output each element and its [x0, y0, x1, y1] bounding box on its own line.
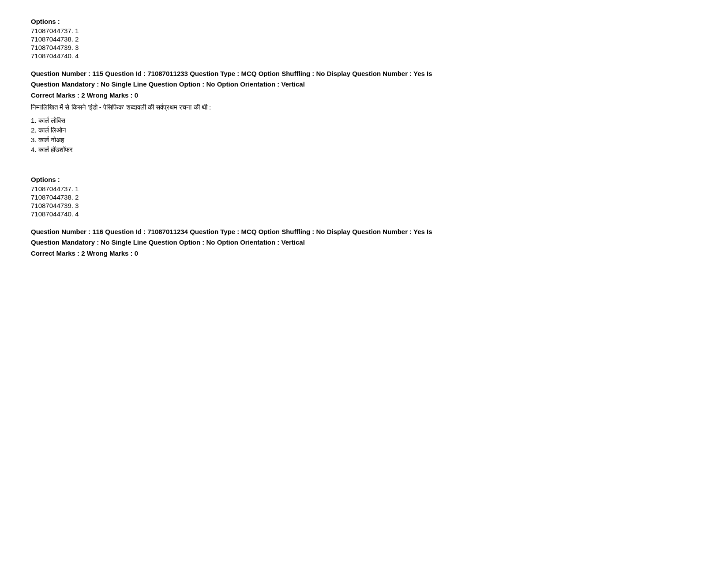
options-label-2: Options : [31, 176, 697, 183]
answer-text-115-1: कार्ल लोविस [38, 117, 65, 124]
question-116-section: Question Number : 116 Question Id : 7108… [31, 227, 697, 257]
option-id-1-2: 71087044738 [31, 35, 71, 43]
options-section-2: Options : 71087044737. 1 71087044738. 2 … [31, 176, 697, 218]
question-116-meta-line2: Question Mandatory : No Single Line Ques… [31, 237, 697, 248]
option-id-1-4: 71087044740 [31, 52, 71, 60]
option-item-2-1: 71087044737. 1 [31, 185, 697, 193]
option-num-1-3: 3 [75, 44, 79, 51]
answer-text-115-2: कार्ल लिओन [38, 126, 66, 134]
option-num-2-1: 1 [75, 185, 79, 193]
answer-115-1: 1. कार्ल लोविस [31, 117, 697, 125]
question-116-meta: Question Number : 116 Question Id : 7108… [31, 227, 697, 248]
option-num-2-3: 3 [75, 202, 79, 209]
question-115-section: Question Number : 115 Question Id : 7108… [31, 68, 697, 154]
option-id-2-3: 71087044739 [31, 202, 71, 209]
option-id-1-3: 71087044739 [31, 44, 71, 51]
option-num-1-4: 4 [75, 52, 79, 60]
options-label-1: Options : [31, 18, 697, 25]
question-115-marks: Correct Marks : 2 Wrong Marks : 0 [31, 91, 697, 99]
option-item-2-2: 71087044738. 2 [31, 193, 697, 201]
option-item-1-3: 71087044739. 3 [31, 44, 697, 51]
spacer-1 [31, 162, 697, 176]
option-id-1-1: 71087044737 [31, 27, 71, 34]
answer-num-115-4: 4 [31, 146, 34, 153]
option-id-2-2: 71087044738 [31, 193, 71, 201]
options-section-1: Options : 71087044737. 1 71087044738. 2 … [31, 18, 697, 60]
answer-115-4: 4. कार्ल हॉउशॉफर [31, 146, 697, 154]
option-item-1-2: 71087044738. 2 [31, 35, 697, 43]
option-item-1-4: 71087044740. 4 [31, 52, 697, 60]
question-115-text: निम्नलिखित में से किसने 'इंडो - पेसिफिक'… [31, 103, 697, 111]
option-num-2-2: 2 [75, 193, 79, 201]
question-116-marks: Correct Marks : 2 Wrong Marks : 0 [31, 249, 697, 257]
answer-num-115-3: 3 [31, 136, 34, 144]
option-num-1-1: 1 [75, 27, 79, 34]
option-num-1-2: 2 [75, 35, 79, 43]
option-item-2-3: 71087044739. 3 [31, 202, 697, 209]
question-115-meta-line2: Question Mandatory : No Single Line Ques… [31, 79, 697, 90]
answer-text-115-4: कार्ल हॉउशॉफर [38, 146, 73, 153]
option-item-2-4: 71087044740. 4 [31, 210, 697, 218]
question-115-meta: Question Number : 115 Question Id : 7108… [31, 68, 697, 90]
option-id-2-1: 71087044737 [31, 185, 71, 193]
question-115-meta-line1: Question Number : 115 Question Id : 7108… [31, 68, 697, 79]
answer-115-2: 2. कार्ल लिओन [31, 126, 697, 134]
answer-text-115-3: कार्ल नोअह [38, 136, 64, 144]
answer-115-3: 3. कार्ल नोअह [31, 136, 697, 144]
answer-num-115-1: 1 [31, 117, 34, 124]
option-id-2-4: 71087044740 [31, 210, 71, 218]
option-item-1-1: 71087044737. 1 [31, 27, 697, 34]
answer-num-115-2: 2 [31, 126, 34, 134]
question-116-meta-line1: Question Number : 116 Question Id : 7108… [31, 227, 697, 237]
option-num-2-4: 4 [75, 210, 79, 218]
